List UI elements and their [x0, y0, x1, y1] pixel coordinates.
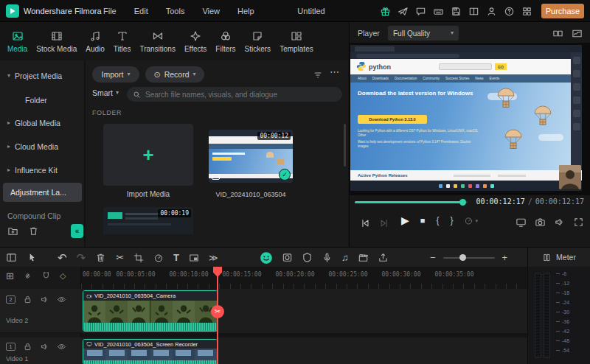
- mark-in-icon[interactable]: {: [436, 216, 439, 225]
- search-bar[interactable]: [127, 87, 342, 102]
- lock-track-icon[interactable]: [23, 295, 32, 304]
- preview-frame[interactable]: python GO AboutDownloadsDocumentationCom…: [350, 45, 582, 191]
- collapse-sidebar-button[interactable]: «: [71, 224, 83, 238]
- link-clips-icon[interactable]: [23, 271, 32, 281]
- pip-icon[interactable]: [189, 253, 199, 263]
- tab-audio[interactable]: Audio: [81, 22, 109, 60]
- mark-out-icon[interactable]: }: [450, 216, 453, 225]
- save-icon[interactable]: [451, 6, 462, 17]
- video-scopes-icon[interactable]: [572, 28, 583, 39]
- effects-plugin-icon[interactable]: [302, 252, 313, 263]
- menu-view[interactable]: View: [202, 7, 220, 15]
- keyframe-icon[interactable]: ◇: [60, 272, 66, 280]
- sidebar-item-global-media[interactable]: ▸Global Media: [0, 113, 85, 133]
- scene-detection-icon[interactable]: [358, 252, 369, 263]
- apps-grid-icon[interactable]: [521, 6, 532, 17]
- video-clip-tile[interactable]: 00:00:12 ✓: [209, 130, 293, 183]
- meter-header[interactable]: Meter: [527, 247, 590, 267]
- voiceover-mic-icon[interactable]: [322, 252, 333, 263]
- mute-track-icon[interactable]: [40, 342, 49, 351]
- next-frame-icon[interactable]: [379, 218, 389, 228]
- keyboard-icon[interactable]: [433, 6, 444, 17]
- partial-clip-tile[interactable]: 00:00:19: [103, 207, 193, 234]
- more-options-icon[interactable]: ⋯: [330, 67, 339, 77]
- hide-track-icon[interactable]: [57, 342, 66, 351]
- speaker-icon[interactable]: [554, 217, 565, 228]
- tab-media[interactable]: Media: [3, 22, 32, 60]
- mute-track-icon[interactable]: [40, 295, 49, 304]
- sort-filter-icon[interactable]: [313, 70, 323, 80]
- import-button[interactable]: Import▾: [92, 66, 139, 83]
- project-name[interactable]: Untitled: [297, 7, 324, 15]
- menu-help[interactable]: Help: [237, 7, 254, 15]
- mirror-display-icon[interactable]: [516, 217, 527, 228]
- redo-icon[interactable]: ↷: [77, 252, 86, 263]
- help-icon[interactable]: [504, 6, 515, 17]
- feedback-icon[interactable]: [415, 6, 426, 17]
- send-icon[interactable]: [398, 6, 409, 17]
- sidebar-item-compound-clip[interactable]: Compound Clip: [0, 206, 85, 225]
- tab-templates[interactable]: Templates: [275, 22, 318, 60]
- stop-icon[interactable]: ■: [420, 217, 426, 225]
- zoom-slider-handle[interactable]: [459, 254, 466, 261]
- selected-check-icon[interactable]: ✓: [279, 169, 291, 181]
- zoom-out-icon[interactable]: −: [430, 253, 436, 262]
- smart-filter-dropdown[interactable]: Smart▾: [92, 88, 119, 97]
- lock-track-icon[interactable]: [23, 342, 32, 351]
- record-button[interactable]: ⊙Record▾: [145, 66, 204, 83]
- beat-detection-icon[interactable]: ♫: [341, 253, 349, 262]
- quick-export-icon[interactable]: [378, 252, 389, 263]
- scrubber-handle[interactable]: [459, 199, 466, 206]
- delete-folder-icon[interactable]: [28, 225, 39, 237]
- menu-edit[interactable]: Edit: [134, 7, 148, 15]
- delete-icon[interactable]: [95, 252, 106, 263]
- undo-icon[interactable]: ↶: [58, 252, 67, 263]
- search-input[interactable]: [145, 91, 336, 99]
- sidebar-item-influence-kit[interactable]: ▸Influence Kit: [0, 161, 85, 180]
- timeline-ruler[interactable]: 00:00:00 00:00:05:00 00:00:10:00 00:00:1…: [81, 267, 527, 289]
- hide-track-icon[interactable]: [57, 295, 66, 304]
- media-scrollbar[interactable]: [344, 124, 346, 167]
- import-media-tile[interactable]: +: [103, 124, 193, 186]
- select-tool-icon[interactable]: [27, 252, 38, 263]
- timeline-clip-camera[interactable]: VID_20241010_063504_Camera: [83, 290, 218, 332]
- snap-magnet-icon[interactable]: [41, 271, 51, 281]
- quality-dropdown[interactable]: Full Quality▾: [388, 26, 459, 41]
- text-tool-icon[interactable]: T: [173, 253, 179, 262]
- menu-tools[interactable]: Tools: [166, 7, 185, 15]
- manage-tracks-icon[interactable]: ⊞: [6, 271, 14, 281]
- split-screen-icon[interactable]: [552, 28, 563, 39]
- play-icon[interactable]: ▶: [401, 215, 409, 225]
- tab-stock-media[interactable]: Stock Media: [32, 22, 81, 60]
- ai-smart-tool-icon[interactable]: [260, 251, 273, 265]
- tab-titles[interactable]: Titles: [109, 22, 136, 60]
- crop-icon[interactable]: [133, 253, 144, 263]
- account-icon[interactable]: [486, 6, 497, 17]
- tab-stickers[interactable]: Stickers: [240, 22, 276, 60]
- sidebar-item-adjustment-layer[interactable]: Adjustment La...: [3, 183, 82, 202]
- tab-filters[interactable]: Filters: [211, 22, 240, 60]
- timeline-zoom-slider[interactable]: [443, 257, 495, 259]
- quick-split-scissors-button[interactable]: ✂: [211, 305, 224, 318]
- sidebar-item-project-media[interactable]: ▾Project Media: [0, 66, 85, 85]
- fullscreen-icon[interactable]: [573, 217, 584, 228]
- sidebar-item-cloud-media[interactable]: ▸Cloud Media: [0, 137, 85, 156]
- split-scissors-icon[interactable]: ✂: [116, 253, 124, 262]
- layout-icon[interactable]: [468, 6, 479, 17]
- mask-icon[interactable]: [282, 252, 293, 263]
- tab-transitions[interactable]: Transitions: [135, 22, 180, 60]
- more-tools-icon[interactable]: ≫: [209, 253, 218, 262]
- tab-effects[interactable]: Effects: [180, 22, 211, 60]
- gift-icon[interactable]: [380, 6, 391, 17]
- zoom-in-icon[interactable]: +: [502, 253, 508, 262]
- snapshot-camera-icon[interactable]: [535, 217, 546, 228]
- timeline-clip-screen-recorder[interactable]: VID_20241010_063504_Screen Recorder: [83, 339, 218, 364]
- sidebar-item-folder[interactable]: Folder: [0, 91, 85, 110]
- purchase-button[interactable]: Purchase: [541, 4, 584, 18]
- panel-layout-icon[interactable]: [6, 252, 17, 263]
- menu-file[interactable]: File: [103, 7, 117, 15]
- speed-icon[interactable]: [153, 253, 164, 263]
- new-folder-icon[interactable]: [7, 225, 18, 237]
- player-scrubber[interactable]: [355, 201, 468, 203]
- previous-frame-icon[interactable]: [360, 218, 370, 228]
